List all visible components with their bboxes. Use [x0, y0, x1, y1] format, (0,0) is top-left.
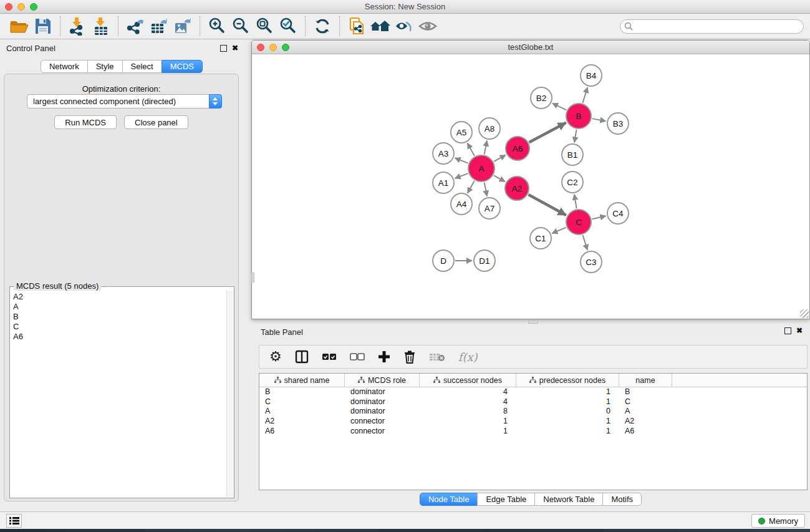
svg-text:B2: B2 — [536, 94, 547, 103]
graph-node-B[interactable]: B — [566, 104, 591, 128]
tab-select[interactable]: Select — [122, 60, 162, 73]
zoom-selected-button[interactable] — [276, 16, 300, 37]
window-titlebar: Session: New Session — [0, 0, 810, 14]
tab-node-table[interactable]: Node Table — [420, 493, 478, 506]
delete-column-button[interactable] — [403, 349, 416, 365]
unselect-all-columns-button[interactable] — [350, 349, 365, 365]
open-file-button[interactable] — [7, 16, 31, 37]
optimization-criterion-label: Optimization criterion: — [4, 84, 238, 94]
float-panel-icon[interactable] — [784, 327, 791, 334]
column-header-shared-name[interactable]: shared name — [259, 374, 345, 387]
table-row[interactable]: Adominator80A — [259, 407, 807, 417]
float-panel-icon[interactable] — [220, 45, 227, 52]
apply-layout-button[interactable] — [311, 16, 334, 37]
tab-network[interactable]: Network — [41, 60, 88, 73]
hide-panels-button[interactable] — [392, 16, 416, 37]
duplicate-network-button[interactable] — [345, 16, 369, 37]
table-cell: 4 — [420, 387, 516, 397]
zoom-out-button[interactable] — [229, 16, 253, 37]
mcds-result-item[interactable]: C — [13, 322, 226, 332]
list-scrollbar[interactable] — [226, 291, 233, 497]
save-floppy-icon — [34, 17, 52, 35]
tab-mcds[interactable]: MCDS — [162, 60, 203, 73]
splitter-grip[interactable] — [251, 273, 254, 283]
network-graph: AA1A3A4A5A7A8A6A2BB1B2B3B4CC1C2C3C4DD1 — [252, 54, 809, 319]
close-panel-icon[interactable]: ✖ — [796, 326, 803, 335]
mcds-result-item[interactable]: B — [13, 312, 226, 322]
task-history-button[interactable] — [6, 514, 22, 528]
tab-edge-table[interactable]: Edge Table — [477, 493, 535, 506]
show-graphics-details-button[interactable] — [416, 16, 440, 37]
graph-node-A4[interactable]: A4 — [451, 193, 472, 215]
mcds-result-item[interactable]: A2 — [13, 292, 226, 302]
table-row[interactable]: Bdominator41B — [259, 387, 807, 397]
delete-table-icon — [429, 351, 445, 362]
close-panel-button[interactable]: Close panel — [124, 115, 188, 129]
table-cell: 1 — [420, 427, 516, 437]
column-header-predecessor-nodes[interactable]: predecessor nodes — [516, 374, 619, 387]
show-columns-button[interactable] — [295, 349, 309, 365]
zoom-in-button[interactable] — [205, 16, 229, 37]
graph-node-D[interactable]: D — [433, 250, 454, 271]
column-header-label: predecessor nodes — [539, 376, 605, 385]
control-panel: Control Panel ✖ NetworkStyleSelectMCDS O… — [0, 39, 243, 506]
table-row[interactable]: Cdominator41C — [259, 397, 807, 407]
graph-node-A2[interactable]: A2 — [505, 177, 529, 200]
graph-node-C3[interactable]: C3 — [581, 251, 602, 273]
graph-node-A7[interactable]: A7 — [479, 198, 500, 219]
delete-table-button[interactable] — [429, 349, 445, 365]
mcds-result-item[interactable]: A6 — [13, 332, 226, 342]
close-panel-icon[interactable]: ✖ — [232, 44, 238, 52]
graph-node-C2[interactable]: C2 — [562, 172, 583, 193]
graph-node-C4[interactable]: C4 — [607, 203, 629, 224]
table-row[interactable]: A6connector11A6 — [259, 427, 807, 437]
criterion-dropdown[interactable]: largest connected component (directed) — [27, 94, 222, 109]
column-header-name[interactable]: name — [619, 374, 672, 387]
tab-style[interactable]: Style — [87, 60, 123, 73]
search-input[interactable] — [620, 19, 804, 34]
home-views-button[interactable] — [369, 16, 392, 37]
graph-node-B2[interactable]: B2 — [531, 87, 552, 109]
network-canvas[interactable]: AA1A3A4A5A7A8A6A2BB1B2B3B4CC1C2C3C4DD1 — [252, 54, 809, 319]
graph-node-A6[interactable]: A6 — [506, 137, 529, 160]
run-mcds-button[interactable]: Run MCDS — [54, 115, 117, 129]
mcds-result-list[interactable]: A2ABCA6 — [11, 291, 226, 497]
save-session-button[interactable] — [31, 16, 55, 37]
window-resize-grip[interactable] — [800, 309, 809, 318]
column-header-mcds-role[interactable]: MCDS role — [345, 374, 420, 387]
graph-node-B4[interactable]: B4 — [581, 65, 602, 86]
graph-node-D1[interactable]: D1 — [474, 250, 495, 271]
import-table-button[interactable] — [89, 16, 113, 37]
graph-node-A8[interactable]: A8 — [479, 118, 500, 139]
zoom-fit-button[interactable] — [253, 16, 276, 37]
splitter-grip[interactable] — [528, 321, 538, 324]
export-image-button[interactable] — [171, 16, 195, 37]
column-header-successor-nodes[interactable]: successor nodes — [420, 374, 516, 387]
export-table-button[interactable] — [147, 16, 171, 37]
tab-motifs[interactable]: Motifs — [602, 493, 642, 506]
graph-node-C1[interactable]: C1 — [530, 228, 551, 249]
graph-node-A[interactable]: A — [468, 155, 494, 181]
create-column-button[interactable] — [378, 349, 390, 365]
graph-edge-A2-C — [528, 195, 566, 215]
graph-node-A5[interactable]: A5 — [451, 122, 472, 143]
export-network-button[interactable] — [123, 16, 147, 37]
column-type-icon — [274, 377, 281, 384]
graph-node-C[interactable]: C — [566, 210, 591, 235]
mcds-result-item[interactable]: A — [13, 302, 226, 312]
tab-network-table[interactable]: Network Table — [534, 493, 603, 506]
function-builder-button[interactable]: f(x) — [458, 349, 478, 365]
graph-node-B3[interactable]: B3 — [607, 113, 629, 134]
control-panel-tabs: NetworkStyleSelectMCDS — [0, 60, 243, 73]
graph-node-A3[interactable]: A3 — [433, 143, 454, 164]
memory-label: Memory — [769, 516, 798, 526]
graph-node-B1[interactable]: B1 — [562, 144, 583, 165]
import-network-button[interactable] — [65, 16, 89, 37]
table-settings-button[interactable]: ⚙ — [269, 349, 282, 365]
memory-button[interactable]: Memory — [751, 514, 805, 528]
table-row[interactable]: A2connector11A2 — [259, 417, 807, 427]
table-type-tabs: Node TableEdge TableNetwork TableMotifs — [251, 493, 810, 506]
table-cell: 1 — [420, 417, 516, 427]
select-all-columns-button[interactable] — [322, 349, 337, 365]
graph-node-A1[interactable]: A1 — [433, 172, 454, 193]
